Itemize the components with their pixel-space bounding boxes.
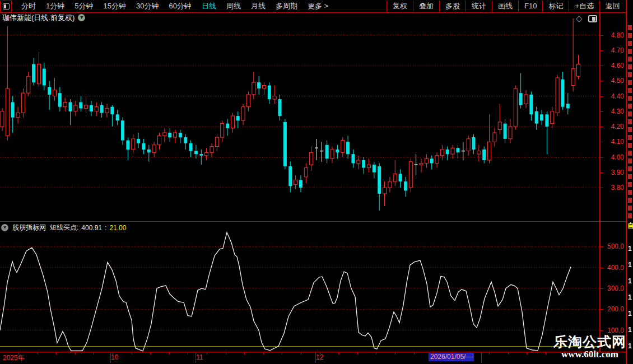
menu-item-+自选[interactable]: +自选 — [569, 1, 599, 12]
price-label: 4.20 — [601, 123, 624, 130]
candle — [226, 119, 229, 136]
candle — [11, 96, 15, 133]
indicator-value: 400.91 — [81, 224, 102, 232]
date-tick — [432, 352, 433, 354]
candle — [16, 107, 20, 124]
date-label: 10 — [111, 353, 118, 361]
candle — [74, 101, 77, 116]
date-tick — [546, 352, 546, 354]
candle — [341, 137, 345, 157]
candle — [383, 181, 387, 206]
candle — [577, 55, 580, 80]
collapse-chevron-icon[interactable]: ▾ — [1, 224, 8, 231]
candle — [420, 158, 423, 172]
candle — [571, 18, 575, 92]
menu-item-叠加[interactable]: 叠加 — [413, 1, 439, 12]
candle — [488, 114, 491, 163]
candle — [268, 82, 271, 104]
date-tick — [395, 352, 395, 354]
date-label: 12 — [316, 353, 323, 361]
date-tick — [301, 352, 301, 354]
clipped-side-panel: 自 1111111 — [627, 0, 633, 364]
menu-item-画线[interactable]: 画线 — [492, 1, 518, 12]
watermark-url: www.60lt.com — [553, 349, 626, 360]
indicator-line — [0, 232, 571, 351]
period-tab-分时[interactable]: 分时 — [16, 1, 41, 11]
watermark: 乐淘公式网 www.60lt.com — [553, 334, 626, 360]
indicator-label: 400.0 — [601, 264, 624, 272]
candle — [540, 110, 543, 125]
period-tab-5分钟[interactable]: 5分钟 — [69, 1, 98, 11]
date-tick — [357, 352, 358, 354]
indicator-label: 500.0 — [601, 242, 624, 250]
clipped-vertical-text — [628, 25, 632, 218]
date-tick — [470, 352, 471, 354]
candle — [1, 108, 4, 131]
layout-toggle-button[interactable] — [0, 1, 12, 12]
candle — [514, 86, 517, 130]
period-tab-30分钟[interactable]: 30分钟 — [131, 1, 164, 11]
chevron-down-icon[interactable]: ▾ — [78, 14, 85, 21]
menu-item-返回[interactable]: 返回 — [599, 1, 626, 12]
panel-split-icon[interactable] — [588, 15, 597, 22]
menu-item-F10[interactable]: F10 — [518, 1, 542, 12]
menu-item-标记[interactable]: 标记 — [542, 1, 569, 12]
candle — [100, 102, 104, 118]
menu-item-统计[interactable]: 统计 — [466, 1, 492, 12]
date-tick — [244, 352, 245, 354]
candle — [79, 96, 82, 111]
date-axis: 2026/01/05/— 2025年101112 — [0, 352, 626, 363]
candle — [158, 133, 161, 150]
period-tab-1分钟[interactable]: 1分钟 — [41, 1, 69, 11]
period-tab-月线[interactable]: 月线 — [246, 1, 271, 11]
price-label: 4.70 — [601, 46, 624, 54]
period-tab-更多 >[interactable]: 更多 > — [302, 1, 333, 11]
candle — [467, 136, 470, 155]
candle — [194, 145, 198, 159]
date-tick — [169, 352, 170, 354]
menu-item-多股[interactable]: 多股 — [439, 1, 466, 12]
candle — [336, 145, 339, 159]
candle — [409, 158, 412, 192]
side-panel-tab[interactable]: 自 — [627, 221, 633, 231]
candle — [252, 72, 255, 99]
panel-divider — [0, 221, 626, 222]
candle — [132, 134, 135, 154]
period-tab-15分钟[interactable]: 15分钟 — [98, 1, 131, 11]
indicator-label: 100.0 — [601, 326, 624, 334]
date-tick — [132, 352, 132, 354]
candle — [205, 148, 208, 160]
chart-header-icons: ◇ — [576, 15, 597, 22]
candle — [189, 141, 193, 157]
period-tab-60分钟[interactable]: 60分钟 — [164, 1, 196, 11]
clipped-number: 1 — [628, 342, 632, 350]
indicator-name: 短线买点: — [50, 223, 78, 232]
candle — [545, 111, 548, 154]
period-tab-日线[interactable]: 日线 — [197, 1, 221, 11]
candle — [504, 119, 507, 143]
period-tabs: 分时1分钟5分钟15分钟30分钟60分钟日线周线月线多周期更多 > — [16, 1, 333, 11]
date-tick — [527, 352, 527, 354]
candle — [430, 156, 434, 170]
candle — [43, 63, 46, 90]
date-label: 11 — [196, 353, 203, 361]
candle — [320, 142, 323, 161]
indicator-separator: : — [105, 224, 106, 232]
period-tab-多周期[interactable]: 多周期 — [271, 1, 302, 11]
candle — [221, 120, 224, 142]
indicator-label: 300.0 — [601, 284, 624, 292]
date-tick — [508, 352, 509, 354]
candle — [21, 88, 25, 118]
candle — [399, 169, 402, 188]
candle — [174, 130, 177, 144]
diamond-icon[interactable]: ◇ — [576, 15, 583, 22]
menu-item-复权[interactable]: 复权 — [387, 1, 413, 12]
candle — [263, 82, 266, 95]
app-window: 分时1分钟5分钟15分钟30分钟60分钟日线周线月线多周期更多 > 复权叠加多股… — [0, 0, 633, 364]
period-tab-周线[interactable]: 周线 — [221, 1, 246, 11]
candle — [110, 105, 114, 127]
candle — [509, 119, 512, 143]
price-label: 3.80 — [601, 184, 624, 192]
candle — [163, 128, 166, 142]
candle — [299, 175, 302, 192]
